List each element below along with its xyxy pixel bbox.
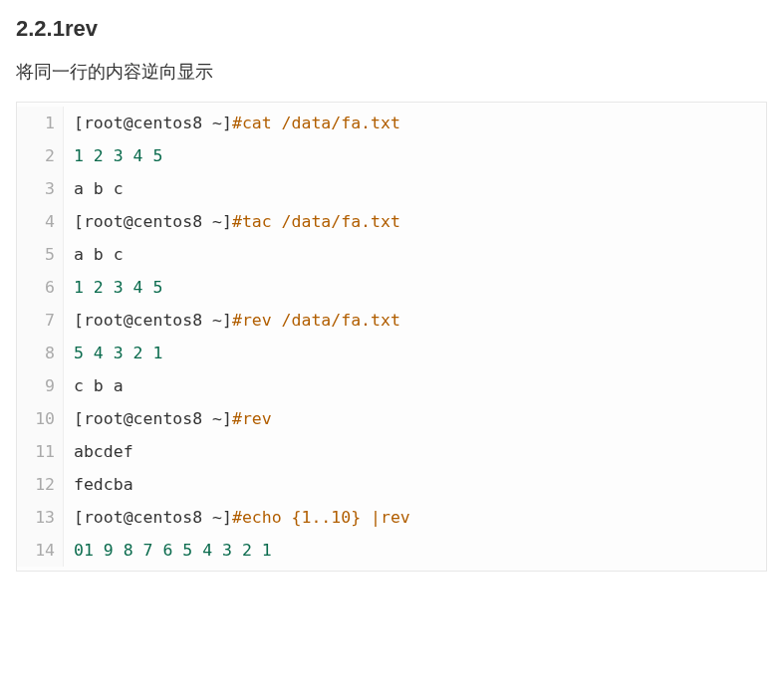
line-number: 2: [17, 139, 64, 172]
line-number: 4: [17, 205, 64, 238]
code-content: [root@centos8 ~]#rev /data/fa.txt: [64, 304, 766, 337]
code-line: 5a b c: [17, 238, 766, 271]
line-number: 1: [17, 107, 64, 139]
code-content: [root@centos8 ~]#cat /data/fa.txt: [64, 107, 766, 139]
code-line: 11abcdef: [17, 435, 766, 468]
line-number: 14: [17, 534, 64, 567]
code-content: a b c: [64, 172, 766, 205]
line-number: 11: [17, 435, 64, 468]
section-description: 将同一行的内容逆向显示: [16, 60, 767, 84]
code-token: #tac /data/fa.txt: [232, 212, 400, 231]
code-token: 1 2 3 4 5: [74, 146, 162, 165]
code-token: [root@centos8 ~]: [74, 409, 232, 428]
code-block: 1[root@centos8 ~]#cat /data/fa.txt21 2 3…: [16, 102, 767, 572]
code-content: 5 4 3 2 1: [64, 337, 766, 369]
code-token: #rev: [232, 409, 272, 428]
code-line: 12fedcba: [17, 468, 766, 501]
code-token: 01 9 8 7 6 5 4 3 2 1: [74, 541, 272, 560]
line-number: 7: [17, 304, 64, 337]
code-token: 5 4 3 2 1: [74, 344, 162, 362]
code-line: 1[root@centos8 ~]#cat /data/fa.txt: [17, 107, 766, 139]
code-line: 13[root@centos8 ~]#echo {1..10} |rev: [17, 501, 766, 534]
code-content: a b c: [64, 238, 766, 271]
code-token: a b c: [74, 179, 124, 198]
code-content: [root@centos8 ~]#rev: [64, 402, 766, 435]
code-line: 85 4 3 2 1: [17, 337, 766, 369]
code-content: fedcba: [64, 468, 766, 501]
line-number: 8: [17, 337, 64, 369]
code-line: 21 2 3 4 5: [17, 139, 766, 172]
line-number: 12: [17, 468, 64, 501]
code-token: #echo {1..10} |rev: [232, 508, 410, 527]
code-line: 61 2 3 4 5: [17, 271, 766, 304]
code-token: a b c: [74, 245, 124, 264]
code-token: [root@centos8 ~]: [74, 212, 232, 231]
code-line: 3a b c: [17, 172, 766, 205]
code-token: #cat /data/fa.txt: [232, 114, 400, 132]
line-number: 13: [17, 501, 64, 534]
code-token: 1 2 3 4 5: [74, 278, 162, 297]
code-line: 1401 9 8 7 6 5 4 3 2 1: [17, 534, 766, 567]
section-heading: 2.2.1rev: [16, 16, 767, 42]
code-token: fedcba: [74, 475, 133, 494]
code-line: 10[root@centos8 ~]#rev: [17, 402, 766, 435]
code-content: [root@centos8 ~]#echo {1..10} |rev: [64, 501, 766, 534]
code-content: [root@centos8 ~]#tac /data/fa.txt: [64, 205, 766, 238]
code-line: 7[root@centos8 ~]#rev /data/fa.txt: [17, 304, 766, 337]
line-number: 3: [17, 172, 64, 205]
code-line: 4[root@centos8 ~]#tac /data/fa.txt: [17, 205, 766, 238]
code-token: [root@centos8 ~]: [74, 508, 232, 527]
line-number: 9: [17, 369, 64, 402]
line-number: 5: [17, 238, 64, 271]
line-number: 6: [17, 271, 64, 304]
code-content: 1 2 3 4 5: [64, 271, 766, 304]
code-token: [root@centos8 ~]: [74, 114, 232, 132]
code-token: #rev /data/fa.txt: [232, 311, 400, 330]
code-content: c b a: [64, 369, 766, 402]
code-content: abcdef: [64, 435, 766, 468]
code-token: c b a: [74, 376, 124, 395]
code-content: 01 9 8 7 6 5 4 3 2 1: [64, 534, 766, 567]
line-number: 10: [17, 402, 64, 435]
code-content: 1 2 3 4 5: [64, 139, 766, 172]
code-token: [root@centos8 ~]: [74, 311, 232, 330]
code-token: abcdef: [74, 442, 133, 461]
code-line: 9c b a: [17, 369, 766, 402]
